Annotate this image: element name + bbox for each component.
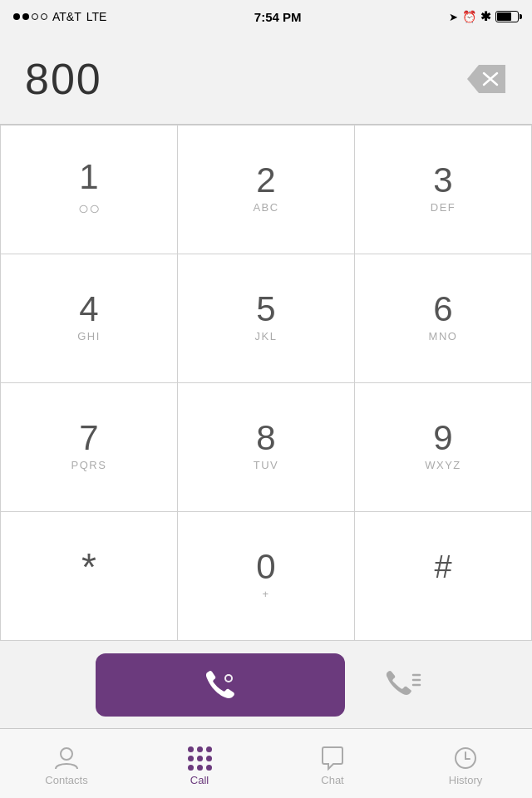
signal-dot-3	[32, 13, 38, 20]
key-1[interactable]: 1 ○○	[1, 126, 178, 254]
tab-contacts-label: Contacts	[45, 774, 87, 786]
key-6-letters: MNO	[429, 330, 458, 345]
signal-dot-2	[22, 13, 29, 20]
key-5-number: 5	[256, 292, 275, 327]
key-hash[interactable]: #	[355, 512, 532, 641]
key-star-number: *	[81, 548, 96, 586]
phone-call-icon	[202, 667, 239, 703]
key-0-letters: +	[262, 588, 269, 603]
key-1-number: 1	[79, 160, 98, 195]
key-6-number: 6	[433, 292, 452, 327]
dialer-number: 800	[25, 54, 466, 104]
status-bar: AT&T LTE 7:54 PM ➤ ⏰ ✱	[0, 0, 532, 33]
status-right: ➤ ⏰ ✱	[449, 9, 519, 24]
dialer-display: 800	[0, 33, 532, 125]
tab-history-label: History	[449, 774, 482, 786]
key-2[interactable]: 2 ABC	[178, 126, 355, 254]
phone-contacts-icon	[385, 668, 421, 702]
backspace-button[interactable]	[466, 62, 507, 96]
key-0-number: 0	[256, 549, 275, 584]
key-0[interactable]: 0 +	[178, 512, 355, 641]
key-5-letters: JKL	[255, 330, 278, 345]
key-7-number: 7	[79, 421, 98, 456]
key-6[interactable]: 6 MNO	[355, 254, 532, 383]
alarm-icon: ⏰	[462, 10, 476, 23]
keypad: 1 ○○ 2 ABC 3 DEF 4 GHI 5 JKL 6 MNO 7 PQR…	[0, 125, 532, 641]
svg-point-8	[61, 748, 72, 760]
chat-icon	[320, 746, 345, 771]
key-3-number: 3	[433, 163, 452, 198]
status-left: AT&T LTE	[13, 10, 106, 23]
svg-marker-0	[467, 65, 505, 93]
time-display: 7:54 PM	[254, 10, 302, 24]
tab-chat-label: Chat	[321, 774, 343, 786]
call-button[interactable]	[96, 653, 345, 717]
key-8[interactable]: 8 TUV	[178, 383, 355, 512]
signal-dot-4	[41, 13, 47, 20]
tab-call-label: Call	[190, 774, 209, 786]
key-3[interactable]: 3 DEF	[355, 126, 532, 254]
key-4-number: 4	[79, 292, 98, 327]
battery-fill	[497, 12, 511, 21]
history-icon	[453, 746, 478, 771]
key-5[interactable]: 5 JKL	[178, 254, 355, 383]
svg-point-4	[226, 676, 231, 681]
tab-call[interactable]: Call	[133, 729, 266, 798]
key-4-letters: GHI	[77, 330, 101, 345]
location-icon: ➤	[449, 11, 458, 23]
key-8-letters: TUV	[254, 459, 279, 474]
contacts-icon	[54, 746, 79, 771]
contacts-call-button[interactable]	[370, 653, 436, 717]
tab-contacts[interactable]: Contacts	[0, 729, 133, 798]
tab-chat[interactable]: Chat	[266, 729, 399, 798]
key-7[interactable]: 7 PQRS	[1, 383, 178, 512]
carrier-label: AT&T	[52, 10, 81, 23]
action-area	[0, 641, 532, 728]
bluetooth-icon: ✱	[480, 9, 491, 24]
key-9-number: 9	[433, 421, 452, 456]
key-2-number: 2	[256, 163, 275, 198]
tab-bar: Contacts Call Chat History	[0, 728, 532, 798]
key-4[interactable]: 4 GHI	[1, 254, 178, 383]
key-9[interactable]: 9 WXYZ	[355, 383, 532, 512]
signal-dot-1	[13, 13, 20, 20]
key-hash-number: #	[434, 551, 451, 583]
key-star[interactable]: *	[1, 512, 178, 641]
key-2-letters: ABC	[253, 201, 278, 216]
backspace-icon	[467, 65, 505, 93]
call-dot-grid	[188, 746, 212, 771]
battery-indicator	[495, 11, 519, 22]
key-9-letters: WXYZ	[425, 459, 461, 474]
tab-history[interactable]: History	[399, 729, 532, 798]
key-1-voicemail: ○○	[78, 198, 101, 219]
key-8-number: 8	[256, 421, 275, 456]
signal-dots	[13, 13, 47, 20]
key-7-letters: PQRS	[71, 459, 107, 474]
key-3-letters: DEF	[431, 201, 456, 216]
network-label: LTE	[86, 10, 107, 23]
